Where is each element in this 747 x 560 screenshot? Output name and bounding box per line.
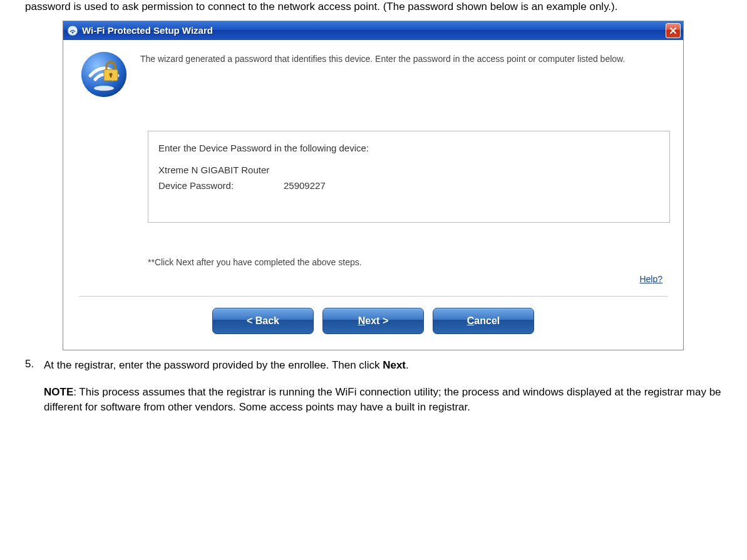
wizard-footnote: **Click Next after you have completed th… [148, 257, 667, 267]
next-button[interactable]: Next > [322, 308, 424, 334]
wizard-window: Wi-Fi Protected Setup Wizard [63, 21, 684, 350]
step-text-suffix: . [406, 359, 409, 371]
note-block: NOTE: This process assumes that the regi… [25, 385, 728, 415]
svg-point-4 [94, 86, 114, 91]
password-label: Device Password: [158, 180, 284, 191]
step-5: 5. At the registrar, enter the password … [25, 358, 728, 374]
step-text: At the registrar, enter the password pro… [44, 358, 409, 374]
step-text-bold: Next [383, 359, 406, 371]
device-name: Xtreme N GIGABIT Router [158, 165, 659, 175]
note-body: : This process assumes that the registra… [44, 386, 721, 414]
device-prompt: Enter the Device Password in the followi… [158, 143, 659, 153]
cancel-button-label: Cancel [467, 315, 500, 327]
help-link[interactable]: Help? [639, 274, 662, 284]
titlebar[interactable]: Wi-Fi Protected Setup Wizard [63, 21, 683, 40]
password-value: 25909227 [284, 180, 326, 191]
step-text-prefix: At the registrar, enter the password pro… [44, 359, 383, 371]
note-label: NOTE [44, 386, 73, 398]
app-icon [67, 25, 78, 36]
wizard-instruction-text: The wizard generated a password that ide… [140, 49, 625, 65]
svg-rect-7 [110, 74, 111, 78]
button-row: < Back Next > Cancel [79, 297, 667, 340]
back-button-label: < Back [247, 315, 279, 327]
back-button[interactable]: < Back [212, 308, 314, 334]
note-text: NOTE: This process assumes that the regi… [44, 385, 728, 415]
cancel-button[interactable]: Cancel [433, 308, 534, 334]
window-title: Wi-Fi Protected Setup Wizard [82, 25, 666, 36]
step-number: 5. [25, 358, 44, 370]
wifi-lock-icon [79, 49, 129, 99]
next-button-label: Next > [358, 315, 388, 327]
device-info-box: Enter the Device Password in the followi… [148, 131, 670, 223]
close-button[interactable] [666, 23, 681, 38]
svg-point-1 [72, 31, 74, 33]
intro-paragraph: password is used to ask permission to co… [25, 0, 728, 14]
